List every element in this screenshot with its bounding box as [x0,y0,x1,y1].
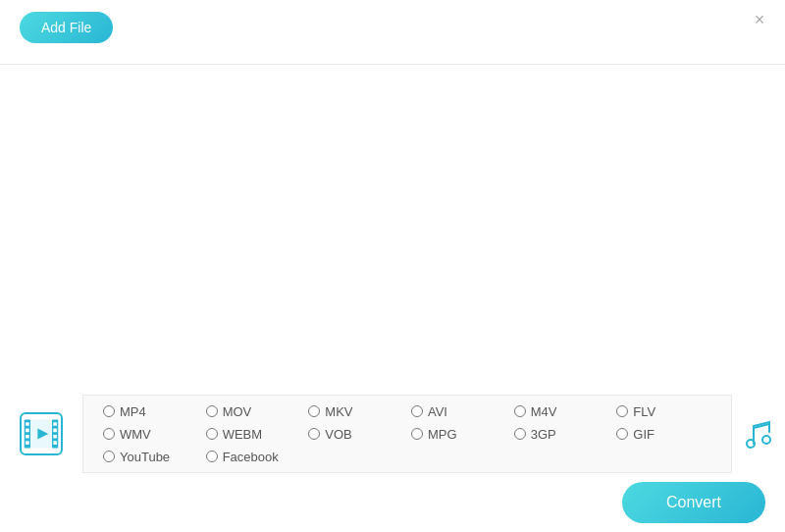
format-option-flv[interactable]: FLV [612,402,715,421]
title-bar: × [0,0,785,39]
film-icon [22,412,61,455]
convert-button[interactable]: Convert [622,482,765,523]
video-icon [20,412,63,455]
format-label-avi: AVI [428,404,447,419]
format-option-youtube[interactable]: YouTube [99,448,202,466]
format-label-vob: VOB [325,427,351,442]
svg-rect-9 [53,429,57,433]
format-options: MP4 MOV MKV AVI M4V FLV WMV WEBM [83,395,731,474]
svg-rect-8 [53,422,57,426]
format-label-mkv: MKV [325,404,352,419]
format-bar: MP4 MOV MKV AVI M4V FLV WMV WEBM [0,395,785,473]
format-label-mov: MOV [223,404,252,419]
format-label-wmv: WMV [120,427,151,442]
format-option-gif[interactable]: GIF [612,425,715,444]
format-option-mov[interactable]: MOV [202,402,305,421]
close-button[interactable]: × [750,10,769,29]
format-option-avi[interactable]: AVI [407,402,510,421]
format-label-mp4: MP4 [120,404,146,419]
format-option-wmv[interactable]: WMV [99,425,202,444]
svg-rect-11 [53,441,57,445]
format-option-vob[interactable]: VOB [304,425,407,444]
format-label-webm: WEBM [223,427,262,442]
format-label-facebook: Facebook [223,450,279,464]
music-note-icon [744,416,773,452]
format-option-mp4[interactable]: MP4 [99,402,202,421]
format-option-3gp[interactable]: 3GP [510,425,613,444]
svg-rect-2 [26,429,29,433]
svg-rect-1 [26,422,29,426]
video-icon-panel[interactable] [0,395,83,473]
svg-point-14 [762,436,770,444]
format-option-mkv[interactable]: MKV [304,402,407,421]
format-label-3gp: 3GP [531,427,556,442]
format-label-m4v: M4V [531,404,557,419]
svg-rect-4 [26,441,29,445]
format-label-gif: GIF [633,427,654,442]
svg-rect-3 [26,435,29,439]
drop-area [0,65,785,395]
format-label-flv: FLV [633,404,655,419]
add-file-button[interactable]: Add File [20,12,113,43]
format-option-mpg[interactable]: MPG [407,425,510,444]
format-option-m4v[interactable]: M4V [510,402,613,421]
format-label-youtube: YouTube [120,450,170,464]
format-label-mpg: MPG [428,427,457,442]
format-option-facebook[interactable]: Facebook [202,448,305,466]
svg-rect-10 [53,435,57,439]
audio-icon-panel[interactable] [731,395,785,473]
convert-bar: Convert [0,473,785,532]
format-option-webm[interactable]: WEBM [202,425,305,444]
